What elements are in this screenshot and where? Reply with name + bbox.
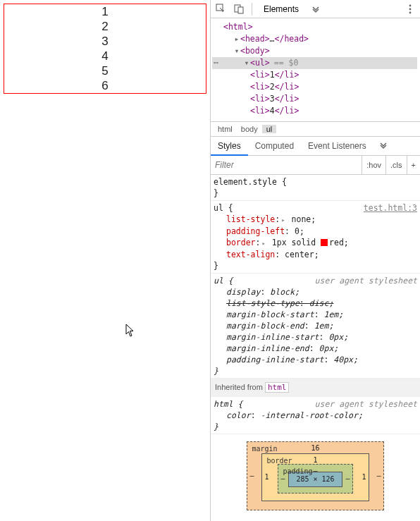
rendered-page: 1 2 3 4 5 6: [0, 0, 210, 521]
list-item: 1: [4, 4, 206, 19]
devtools-toolbar: Elements: [211, 0, 420, 18]
list-item: 2: [4, 19, 206, 34]
inherited-chip[interactable]: html: [265, 382, 290, 393]
devtools-panel: Elements <html> ▸<head>…</head> ▾<body> …: [210, 0, 420, 521]
expand-icon[interactable]: ▸: [233, 33, 240, 45]
list-item: 6: [4, 78, 206, 93]
more-tabs-icon[interactable]: [310, 4, 321, 15]
demo-list: 1 2 3 4 5 6: [4, 4, 206, 94]
crumb-body[interactable]: body: [237, 125, 262, 133]
source-ua: user agent stylesheet: [315, 275, 417, 286]
dom-breadcrumbs[interactable]: html body ul: [211, 121, 420, 137]
styles-tabs: Styles Computed Event Listeners: [211, 137, 420, 156]
svg-rect-2: [238, 7, 243, 13]
tab-computed[interactable]: Computed: [248, 137, 301, 155]
source-ua: user agent stylesheet: [315, 398, 417, 410]
list-item: 5: [4, 63, 206, 78]
collapse-icon[interactable]: ▾: [233, 45, 240, 57]
tab-listeners[interactable]: Event Listeners: [301, 137, 373, 155]
color-swatch[interactable]: [321, 239, 328, 246]
hov-toggle[interactable]: :hov: [362, 156, 385, 174]
filter-input[interactable]: [211, 156, 362, 174]
list-item: 3: [4, 34, 206, 49]
inherited-from: Inherited from html: [211, 379, 420, 397]
list-item: 4: [4, 49, 206, 63]
crumb-ul[interactable]: ul: [262, 125, 277, 133]
cls-toggle[interactable]: .cls: [385, 156, 407, 174]
svg-point-4: [409, 8, 412, 10]
svg-point-5: [409, 11, 412, 13]
add-rule-button[interactable]: +: [407, 156, 420, 174]
crumb-html[interactable]: html: [214, 125, 237, 133]
tab-styles[interactable]: Styles: [211, 137, 248, 156]
styles-pane[interactable]: element.style { } test.html:3 ul { list-…: [211, 175, 420, 521]
svg-point-3: [409, 4, 412, 6]
dom-tree[interactable]: <html> ▸<head>…</head> ▾<body> ▾<ul>== $…: [211, 18, 420, 121]
box-model[interactable]: margin 16 – – border 1 1 1 padding – – –…: [211, 434, 420, 510]
rule-selector[interactable]: element.style {: [214, 176, 417, 188]
device-icon[interactable]: [233, 4, 245, 15]
inspect-icon[interactable]: [215, 4, 226, 15]
source-link[interactable]: test.html:3: [364, 202, 417, 214]
dom-selected-node[interactable]: ▾<ul>== $0: [214, 57, 417, 69]
filter-row: :hov .cls +: [211, 156, 420, 175]
tab-elements[interactable]: Elements: [259, 0, 303, 18]
more-tabs-icon[interactable]: [373, 141, 393, 152]
kebab-icon[interactable]: [404, 4, 416, 15]
collapse-icon[interactable]: ▾: [243, 57, 250, 69]
